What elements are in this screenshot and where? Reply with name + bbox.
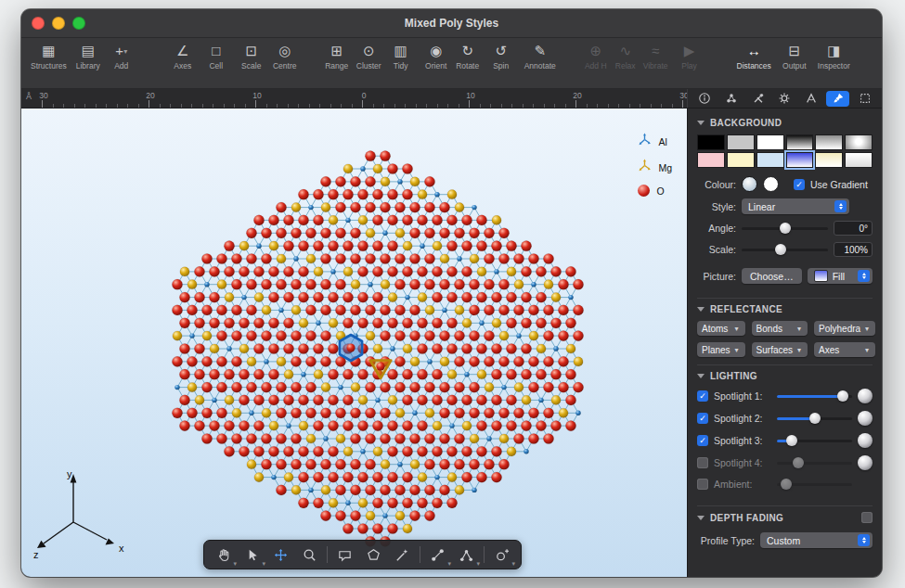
atom-Mg[interactable] — [195, 395, 204, 404]
atom-Mg[interactable] — [187, 280, 197, 289]
atom-O[interactable] — [268, 395, 278, 405]
atom-O[interactable] — [328, 421, 338, 431]
atom-O[interactable] — [201, 253, 212, 263]
minimize-button[interactable] — [52, 17, 65, 30]
atom-O[interactable] — [376, 362, 384, 370]
atom-O[interactable] — [305, 459, 316, 469]
atom-O[interactable] — [305, 228, 316, 238]
atom-Mg[interactable] — [388, 395, 397, 404]
atom-O[interactable] — [216, 253, 226, 263]
toolbar-scale-button[interactable]: ⊡Scale — [239, 42, 264, 70]
atom-O[interactable] — [276, 459, 286, 469]
atom-O[interactable] — [313, 189, 323, 199]
atom-O[interactable] — [558, 305, 568, 315]
atom-Al[interactable] — [345, 501, 350, 505]
atom-O[interactable] — [276, 408, 286, 418]
atom-O[interactable] — [417, 498, 427, 508]
surfaces-pulldown[interactable]: Surfaces▾ — [752, 342, 808, 357]
atom-O[interactable] — [268, 318, 278, 328]
atom-O[interactable] — [439, 228, 449, 238]
atom-Mg[interactable] — [329, 318, 338, 327]
atom-O[interactable] — [357, 318, 368, 328]
atom-Mg[interactable] — [187, 383, 197, 392]
atom-O[interactable] — [417, 369, 427, 379]
atom-O[interactable] — [261, 279, 271, 289]
atom-O[interactable] — [372, 498, 382, 508]
atom-O[interactable] — [283, 446, 293, 456]
atom-O[interactable] — [298, 498, 308, 508]
atom-Mg[interactable] — [314, 370, 323, 379]
atom-O[interactable] — [276, 433, 286, 443]
atom-O[interactable] — [239, 395, 249, 405]
atom-O[interactable] — [201, 433, 212, 443]
atom-O[interactable] — [432, 498, 442, 508]
slider-knob[interactable] — [809, 413, 821, 424]
atom-O[interactable] — [536, 266, 546, 276]
atom-O[interactable] — [380, 253, 390, 263]
atom-Al[interactable] — [226, 346, 231, 351]
atom-O[interactable] — [454, 382, 464, 392]
atom-O[interactable] — [298, 292, 308, 302]
atom-O[interactable] — [194, 343, 204, 353]
atom-O[interactable] — [454, 356, 464, 366]
atom-O[interactable] — [491, 446, 501, 456]
atom-Mg[interactable] — [210, 344, 219, 353]
atom-Mg[interactable] — [351, 280, 360, 289]
atom-O[interactable] — [328, 189, 338, 199]
atom-O[interactable] — [454, 459, 464, 469]
atom-Mg[interactable] — [366, 331, 375, 340]
atom-O[interactable] — [320, 305, 330, 315]
atom-O[interactable] — [313, 241, 323, 251]
atom-O[interactable] — [394, 433, 405, 443]
atom-O[interactable] — [343, 421, 353, 431]
atom-O[interactable] — [335, 202, 345, 212]
atom-O[interactable] — [491, 292, 501, 302]
atom-Mg[interactable] — [551, 395, 561, 404]
atom-O[interactable] — [320, 176, 330, 186]
atom-Mg[interactable] — [507, 267, 516, 276]
atom-O[interactable] — [476, 215, 486, 225]
atom-O[interactable] — [454, 408, 464, 418]
atom-O[interactable] — [305, 279, 316, 289]
atom-Mg[interactable] — [291, 203, 301, 212]
atom-O[interactable] — [246, 382, 256, 392]
atoms-tab[interactable] — [720, 91, 743, 107]
atom-O[interactable] — [409, 202, 420, 212]
atom-O[interactable] — [201, 305, 212, 315]
atom-O[interactable] — [558, 279, 568, 289]
atom-Mg[interactable] — [291, 485, 301, 494]
atom-Al[interactable] — [360, 166, 365, 171]
background-swatch[interactable] — [815, 152, 843, 168]
background-swatch[interactable] — [786, 152, 814, 168]
atom-Mg[interactable] — [343, 267, 353, 276]
atom-Al[interactable] — [271, 475, 276, 479]
atom-O[interactable] — [424, 459, 434, 469]
atom-O[interactable] — [372, 318, 382, 328]
move-tool[interactable] — [266, 543, 295, 567]
atom-O[interactable] — [283, 215, 293, 225]
atom-Al[interactable] — [397, 179, 402, 184]
atom-O[interactable] — [216, 382, 226, 392]
toolbar-centre-button[interactable]: ◎Centre — [273, 42, 297, 70]
atom-O[interactable] — [528, 253, 538, 263]
atom-O[interactable] — [216, 433, 226, 443]
atom-O[interactable] — [387, 163, 397, 173]
atom-O[interactable] — [328, 292, 338, 302]
atom-O[interactable] — [335, 408, 345, 418]
atom-Al[interactable] — [189, 333, 194, 338]
atom-Mg[interactable] — [254, 293, 264, 302]
atom-O[interactable] — [491, 421, 501, 431]
atom-Mg[interactable] — [440, 254, 449, 263]
disclosure-triangle[interactable] — [697, 307, 705, 312]
atom-Mg[interactable] — [485, 383, 494, 392]
atom-O[interactable] — [365, 305, 375, 315]
atom-Al[interactable] — [472, 488, 476, 492]
atom-Mg[interactable] — [225, 293, 234, 302]
atom-Mg[interactable] — [232, 408, 241, 417]
atom-O[interactable] — [380, 305, 390, 315]
atom-O[interactable] — [187, 408, 197, 418]
atom-O[interactable] — [231, 433, 241, 443]
atom-O[interactable] — [328, 472, 338, 482]
atom-Al[interactable] — [293, 256, 298, 261]
atom-Mg[interactable] — [291, 305, 301, 314]
